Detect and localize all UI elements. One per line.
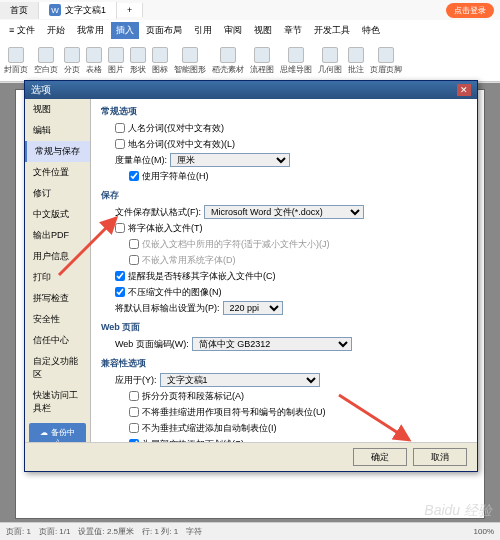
section-save: 保存 bbox=[101, 189, 467, 202]
apply-label: 应用于(Y): bbox=[115, 374, 157, 387]
dialog-titlebar: 选项 ✕ bbox=[25, 81, 477, 99]
nav-chinese[interactable]: 中文版式 bbox=[25, 204, 90, 225]
nav-user[interactable]: 用户信息 bbox=[25, 246, 90, 267]
nav-view[interactable]: 视图 bbox=[25, 99, 90, 120]
menu-page-layout[interactable]: 页面布局 bbox=[141, 22, 187, 39]
ribbon-image[interactable]: 图片 bbox=[108, 47, 124, 75]
ribbon-cover[interactable]: 封面页 bbox=[4, 47, 28, 75]
menu-start[interactable]: 开始 bbox=[42, 22, 70, 39]
check-no-system-font[interactable] bbox=[129, 255, 139, 265]
section-compat: 兼容性选项 bbox=[101, 357, 467, 370]
ribbon-break[interactable]: 分页 bbox=[64, 47, 80, 75]
menu-section[interactable]: 章节 bbox=[279, 22, 307, 39]
ribbon-assets[interactable]: 稻壳素材 bbox=[212, 47, 244, 75]
cancel-button[interactable]: 取消 bbox=[413, 448, 467, 466]
check-no-compress[interactable] bbox=[115, 287, 125, 297]
status-line: 行: 1 列: 1 bbox=[142, 526, 178, 537]
nav-edit[interactable]: 编辑 bbox=[25, 120, 90, 141]
check-place-name[interactable] bbox=[115, 139, 125, 149]
apply-select[interactable]: 文字文稿1 bbox=[160, 373, 320, 387]
section-general: 常规选项 bbox=[101, 105, 467, 118]
menu-dev[interactable]: 开发工具 bbox=[309, 22, 355, 39]
menubar: ≡ 文件 开始 我常用 插入 页面布局 引用 审阅 视图 章节 开发工具 特色 bbox=[0, 20, 500, 40]
status-page: 页面: 1 bbox=[6, 526, 31, 537]
unit-label: 度量单位(M): bbox=[115, 154, 167, 167]
status-pages: 页面: 1/1 bbox=[39, 526, 71, 537]
check-remind-font[interactable] bbox=[115, 271, 125, 281]
tab-home[interactable]: 首页 bbox=[0, 2, 39, 19]
check-char-unit[interactable] bbox=[129, 171, 139, 181]
menu-special[interactable]: 特色 bbox=[357, 22, 385, 39]
dialog-content: 常规选项 人名分词(仅对中文有效) 地名分词(仅对中文有效)(L) 度量单位(M… bbox=[91, 99, 477, 442]
check-embed-font[interactable] bbox=[115, 223, 125, 233]
ribbon-shape[interactable]: 形状 bbox=[130, 47, 146, 75]
ribbon-headerfooter[interactable]: 页眉页脚 bbox=[370, 47, 402, 75]
unit-select[interactable]: 厘米 bbox=[170, 153, 290, 167]
ribbon: 封面页 空白页 分页 表格 图片 形状 图标 智能图形 稻壳素材 流程图 思维导… bbox=[0, 40, 500, 82]
ribbon-mindmap[interactable]: 思维导图 bbox=[280, 47, 312, 75]
tab-new[interactable]: + bbox=[117, 3, 143, 17]
ribbon-flow[interactable]: 流程图 bbox=[250, 47, 274, 75]
menu-references[interactable]: 引用 bbox=[189, 22, 217, 39]
encoding-label: Web 页面编码(W): bbox=[115, 338, 189, 351]
login-button[interactable]: 点击登录 bbox=[446, 3, 494, 18]
nav-pdf[interactable]: 输出PDF bbox=[25, 225, 90, 246]
check-embed-used-only[interactable] bbox=[129, 239, 139, 249]
word-icon: W bbox=[49, 4, 61, 16]
status-pos: 设置值: 2.5厘米 bbox=[78, 526, 134, 537]
nav-customize[interactable]: 自定义功能区 bbox=[25, 351, 90, 385]
menu-file[interactable]: ≡ 文件 bbox=[4, 22, 40, 39]
nav-general-save[interactable]: 常规与保存 bbox=[25, 141, 90, 162]
backup-center-button[interactable]: ☁ 备份中心 bbox=[29, 423, 86, 442]
section-web: Web 页面 bbox=[101, 321, 467, 334]
format-select[interactable]: Microsoft Word 文件(*.docx) bbox=[204, 205, 364, 219]
nav-security[interactable]: 安全性 bbox=[25, 309, 90, 330]
format-label: 文件保存默认格式(F): bbox=[115, 206, 201, 219]
dpi-label: 将默认目标输出设置为(P): bbox=[115, 302, 220, 315]
close-icon[interactable]: ✕ bbox=[457, 84, 471, 96]
check-person-name[interactable] bbox=[115, 123, 125, 133]
menu-insert[interactable]: 插入 bbox=[111, 22, 139, 39]
dialog-footer: 确定 取消 bbox=[25, 442, 477, 471]
nav-trust[interactable]: 信任中心 bbox=[25, 330, 90, 351]
tab-document[interactable]: W文字文稿1 bbox=[39, 2, 117, 19]
check-no-auto-tab[interactable] bbox=[129, 423, 139, 433]
nav-spell[interactable]: 拼写检查 bbox=[25, 288, 90, 309]
zoom-value[interactable]: 100% bbox=[474, 527, 494, 536]
nav-revision[interactable]: 修订 bbox=[25, 183, 90, 204]
dialog-title: 选项 bbox=[31, 83, 51, 97]
encoding-select[interactable]: 简体中文 GB2312 bbox=[192, 337, 352, 351]
check-no-hanging-tab[interactable] bbox=[129, 407, 139, 417]
ribbon-smartart[interactable]: 智能图形 bbox=[174, 47, 206, 75]
menu-review[interactable]: 审阅 bbox=[219, 22, 247, 39]
ribbon-comment[interactable]: 批注 bbox=[348, 47, 364, 75]
nav-quickaccess[interactable]: 快速访问工具栏 bbox=[25, 385, 90, 419]
menu-view[interactable]: 视图 bbox=[249, 22, 277, 39]
statusbar: 页面: 1 页面: 1/1 设置值: 2.5厘米 行: 1 列: 1 字符 10… bbox=[0, 522, 500, 540]
status-chars: 字符 bbox=[186, 526, 202, 537]
app-tabs: 首页 W文字文稿1 + 点击登录 bbox=[0, 0, 500, 20]
dialog-nav: 视图 编辑 常规与保存 文件位置 修订 中文版式 输出PDF 用户信息 打印 拼… bbox=[25, 99, 91, 442]
ribbon-blank[interactable]: 空白页 bbox=[34, 47, 58, 75]
watermark: Baidu 经验 bbox=[424, 502, 492, 520]
dpi-select[interactable]: 220 ppi bbox=[223, 301, 283, 315]
ribbon-iconset[interactable]: 图标 bbox=[152, 47, 168, 75]
options-dialog: 选项 ✕ 视图 编辑 常规与保存 文件位置 修订 中文版式 输出PDF 用户信息… bbox=[24, 80, 478, 472]
check-split-break[interactable] bbox=[129, 391, 139, 401]
menu-my[interactable]: 我常用 bbox=[72, 22, 109, 39]
ribbon-geometry[interactable]: 几何图 bbox=[318, 47, 342, 75]
ok-button[interactable]: 确定 bbox=[353, 448, 407, 466]
nav-file-location[interactable]: 文件位置 bbox=[25, 162, 90, 183]
nav-print[interactable]: 打印 bbox=[25, 267, 90, 288]
ribbon-table[interactable]: 表格 bbox=[86, 47, 102, 75]
